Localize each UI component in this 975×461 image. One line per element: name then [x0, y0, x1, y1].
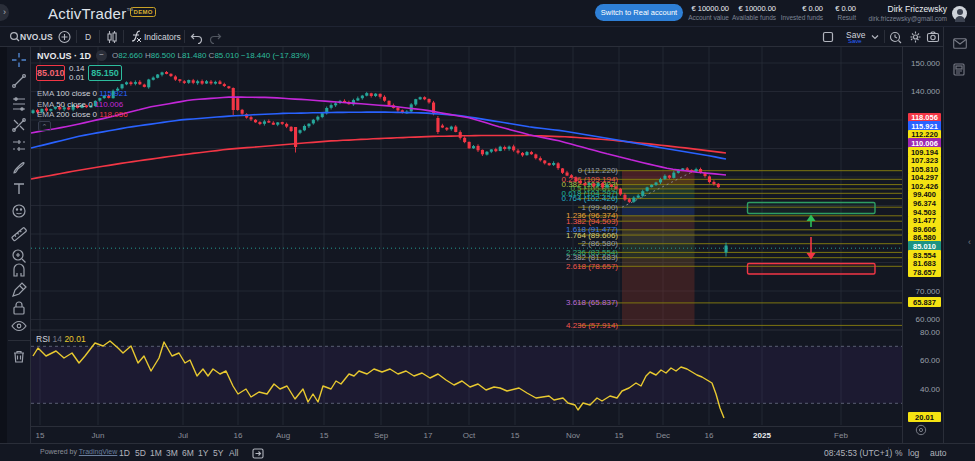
- svg-text:2 (86.580): 2 (86.580): [582, 239, 619, 248]
- svg-text:4.236 (57.914): 4.236 (57.914): [566, 321, 618, 330]
- svg-text:3.618 (65.837): 3.618 (65.837): [566, 298, 618, 307]
- svg-text:2.618 (78.657): 2.618 (78.657): [566, 262, 618, 271]
